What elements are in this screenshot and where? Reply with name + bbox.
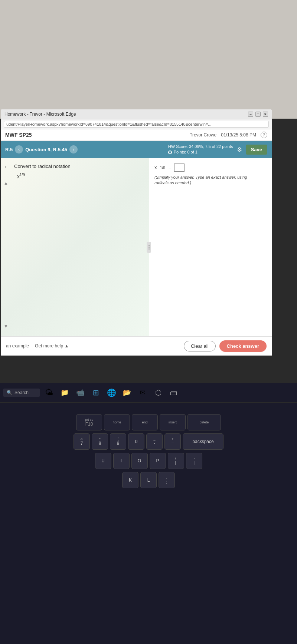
key-o[interactable]: O xyxy=(131,453,148,469)
next-question-button[interactable]: › xyxy=(69,145,78,153)
question-expression: x1/9 xyxy=(17,173,144,179)
help-icon[interactable]: ? xyxy=(261,132,267,138)
answer-hint: (Simplify your answer. Type an exact ans… xyxy=(154,175,251,186)
question-label: Question 9, R.5.45 xyxy=(25,147,67,152)
save-button[interactable]: Save xyxy=(246,145,267,155)
main-content: ← ▲ Convert to radical notation x1/9 ▼ x… xyxy=(1,158,272,336)
section-label: R.5 xyxy=(5,147,13,152)
browser-title: Homework - Trevor - Microsoft Edge xyxy=(4,112,76,117)
right-panel: x1/9 = (Simplify your answer. Type an ex… xyxy=(149,158,272,336)
course-header: MWF SP25 Trevor Crowe 01/13/25 5:08 PM ? xyxy=(1,129,272,141)
title-bar-controls: – □ ✕ xyxy=(248,112,268,117)
radio-indicator xyxy=(168,151,172,154)
question-nav-bar: R.5 ‹ Question 9, R.5.45 › HW Score: 34.… xyxy=(1,141,272,158)
expression-base: x xyxy=(17,173,20,179)
header-right: Trevor Crowe 01/13/25 5:08 PM ? xyxy=(190,132,267,138)
hw-score-block: HW Score: 34.09%, 7.5 of 22 points Point… xyxy=(168,144,233,155)
key-equals[interactable]: + = xyxy=(164,433,181,450)
points-text: Points: 0 of 1 xyxy=(174,149,198,155)
question-nav-left: R.5 ‹ Question 9, R.5.45 › xyxy=(5,145,78,153)
minimize-button[interactable]: – xyxy=(248,112,253,117)
weather-icon[interactable]: 🌤 xyxy=(42,386,56,399)
user-name: Trevor Crowe xyxy=(190,132,216,138)
close-button[interactable]: ✕ xyxy=(263,112,268,117)
video-icon[interactable]: 📹 xyxy=(74,386,87,399)
gear-icon[interactable]: ⚙ xyxy=(237,146,242,153)
prev-question-button[interactable]: ‹ xyxy=(15,145,23,153)
key-7[interactable]: & 7 xyxy=(74,433,90,450)
answer-input-box[interactable] xyxy=(174,164,185,172)
key-p[interactable]: P xyxy=(150,453,166,469)
help-link[interactable]: Get more help ▲ xyxy=(35,343,69,349)
expression-exponent: 1/9 xyxy=(20,173,25,177)
answer-expression: x1/9 = xyxy=(154,164,267,172)
bottom-right: Clear all Check answer xyxy=(184,340,267,352)
key-u[interactable]: U xyxy=(95,453,111,469)
key-prtsc[interactable]: prt sc F10 xyxy=(76,414,102,430)
question-instruction: Convert to radical notation xyxy=(14,164,144,169)
folder-icon[interactable]: 📂 xyxy=(120,386,134,399)
panel-divider-handle[interactable] xyxy=(147,242,151,253)
clear-all-button[interactable]: Clear all xyxy=(184,341,216,351)
key-lbracket[interactable]: { [ xyxy=(168,453,184,469)
key-minus[interactable]: _ - xyxy=(146,433,163,450)
left-panel: ← ▲ Convert to radical notation x1/9 ▼ xyxy=(1,158,149,336)
points-row: Points: 0 of 1 xyxy=(168,149,233,155)
address-bar: udent/PlayerHomework.aspx?homeworkId=690… xyxy=(1,119,272,129)
datetime: 01/13/25 5:08 PM xyxy=(221,132,256,138)
key-insert[interactable]: insert xyxy=(160,414,186,430)
windows-start-icon[interactable]: ⊞ xyxy=(89,386,102,399)
scroll-down-icon[interactable]: ▼ xyxy=(4,324,8,329)
key-home[interactable]: home xyxy=(104,414,130,430)
answer-base: x xyxy=(154,165,157,170)
bottom-bar: an example Get more help ▲ Clear all Che… xyxy=(1,336,272,356)
title-bar: Homework - Trevor - Microsoft Edge – □ ✕ xyxy=(1,109,272,119)
search-text: Search xyxy=(14,390,29,395)
key-end[interactable]: end xyxy=(132,414,158,430)
key-rbracket[interactable]: } ] xyxy=(186,453,202,469)
course-title: MWF SP25 xyxy=(5,132,32,138)
key-i[interactable]: I xyxy=(113,453,130,469)
equals-sign: = xyxy=(169,165,172,170)
key-row-fn: prt sc F10 home end insert delete xyxy=(4,414,293,430)
taskbar-search[interactable]: 🔍 Search xyxy=(3,389,40,397)
restore-button[interactable]: □ xyxy=(255,112,261,117)
taskbar: 🔍 Search 🌤 📁 📹 ⊞ 🌐 📂 ✉ ⬡ 🗃 xyxy=(0,383,297,402)
divider-dot-3 xyxy=(148,248,150,250)
store-icon[interactable]: 🗃 xyxy=(167,386,180,399)
key-row-kl: K L : ; xyxy=(4,472,293,488)
keyboard-area: prt sc F10 home end insert delete xyxy=(0,403,297,644)
key-k[interactable]: K xyxy=(122,472,138,488)
key-row-numbers: & 7 * 8 ( 9 0 _ - + = xyxy=(4,433,293,450)
key-backspace[interactable]: backspace xyxy=(183,433,223,450)
check-answer-button[interactable]: Check answer xyxy=(219,340,267,352)
key-delete[interactable]: delete xyxy=(187,414,221,430)
example-link[interactable]: an example xyxy=(6,343,29,349)
address-input[interactable]: udent/PlayerHomework.aspx?homeworkId=690… xyxy=(4,121,269,128)
hexagon-app-icon[interactable]: ⬡ xyxy=(151,386,165,399)
bottom-left: an example Get more help ▲ xyxy=(6,343,69,349)
divider-dot-2 xyxy=(148,247,150,248)
search-icon: 🔍 xyxy=(7,390,12,395)
hw-score-text: HW Score: 34.09%, 7.5 of 22 points xyxy=(168,144,233,149)
edge-browser-icon[interactable]: 🌐 xyxy=(105,386,118,399)
keyboard: prt sc F10 home end insert delete xyxy=(4,414,293,491)
answer-exponent: 1/9 xyxy=(160,165,166,170)
key-row-uiop: U I O P { [ } ] xyxy=(4,453,293,469)
divider-dot-1 xyxy=(148,245,150,246)
mail-icon[interactable]: ✉ xyxy=(136,386,149,399)
key-colon[interactable]: : ; xyxy=(159,472,175,488)
key-l[interactable]: L xyxy=(140,472,157,488)
key-8[interactable]: * 8 xyxy=(92,433,108,450)
wall-background xyxy=(0,0,297,119)
scroll-up-icon[interactable]: ▲ xyxy=(4,181,8,186)
back-arrow-icon[interactable]: ← xyxy=(4,164,10,170)
key-9[interactable]: ( 9 xyxy=(110,433,126,450)
browser-window: Homework - Trevor - Microsoft Edge – □ ✕… xyxy=(1,109,272,356)
file-manager-icon[interactable]: 📁 xyxy=(58,386,71,399)
question-nav-right: HW Score: 34.09%, 7.5 of 22 points Point… xyxy=(168,144,267,155)
key-0[interactable]: 0 xyxy=(128,433,144,450)
